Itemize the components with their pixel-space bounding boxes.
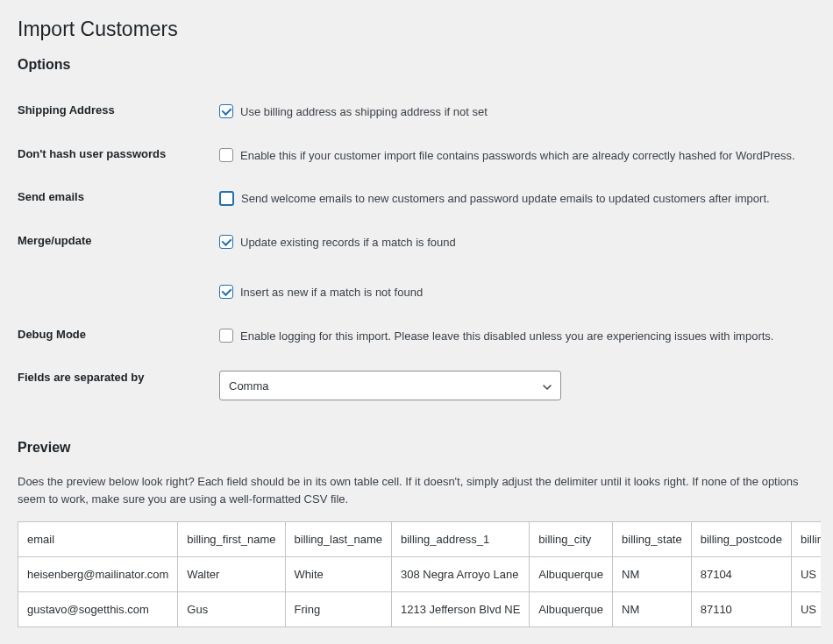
merge-insert-checkbox[interactable] xyxy=(219,285,233,299)
cell-city: Albuquerque xyxy=(530,557,613,592)
header-address: billing_address_1 xyxy=(391,522,529,557)
emails-checkbox-wrap[interactable]: Send welcome emails to new customers and… xyxy=(219,190,807,208)
debug-checkbox-label: Enable logging for this import. Please l… xyxy=(240,328,773,345)
table-header-row: email billing_first_name billing_last_na… xyxy=(18,522,822,557)
cell-postcode: 87110 xyxy=(691,592,791,627)
cell-address: 1213 Jefferson Blvd NE xyxy=(391,592,529,627)
cell-city: Albuquerque xyxy=(530,592,613,627)
debug-checkbox[interactable] xyxy=(219,329,233,343)
table-row: gustavo@sogetthis.com Gus Fring 1213 Jef… xyxy=(18,592,822,627)
cell-email: heisenberg@mailinator.com xyxy=(18,557,178,592)
header-postcode: billing_postcode xyxy=(691,522,791,557)
cell-last: White xyxy=(285,557,391,592)
header-last-name: billing_last_name xyxy=(285,522,391,557)
cell-state: NM xyxy=(613,557,692,592)
passwords-checkbox-wrap[interactable]: Enable this if your customer import file… xyxy=(219,147,807,165)
table-row: heisenberg@mailinator.com Walter White 3… xyxy=(18,557,822,592)
separator-label: Fields are separated by xyxy=(18,357,219,414)
merge-insert-checkbox-wrap[interactable]: Insert as new if a match is not found xyxy=(219,284,807,301)
preview-heading: Preview xyxy=(18,440,815,456)
header-city: billing_city xyxy=(530,522,613,557)
shipping-checkbox[interactable] xyxy=(219,104,233,118)
preview-table-wrap: email billing_first_name billing_last_na… xyxy=(18,521,821,627)
passwords-label: Don't hash user passwords xyxy=(18,134,219,178)
preview-table: email billing_first_name billing_last_na… xyxy=(18,521,821,627)
passwords-checkbox-label: Enable this if your customer import file… xyxy=(240,147,795,165)
options-form: Shipping Address Use billing address as … xyxy=(18,90,815,414)
merge-update-checkbox[interactable] xyxy=(219,235,233,249)
separator-select[interactable]: Comma xyxy=(219,371,561,400)
passwords-checkbox[interactable] xyxy=(219,148,233,162)
shipping-label: Shipping Address xyxy=(18,90,219,134)
emails-label: Send emails xyxy=(18,177,219,221)
debug-label: Debug Mode xyxy=(18,315,219,358)
cell-first: Walter xyxy=(178,557,285,592)
merge-label: Merge/update xyxy=(18,221,219,315)
merge-insert-checkbox-label: Insert as new if a match is not found xyxy=(240,284,423,301)
header-state: billing_state xyxy=(613,522,692,557)
emails-checkbox-label: Send welcome emails to new customers and… xyxy=(241,190,770,208)
cell-last: Fring xyxy=(285,592,391,627)
cell-address: 308 Negra Arroyo Lane xyxy=(391,557,529,592)
header-email: email xyxy=(18,522,178,557)
shipping-checkbox-label: Use billing address as shipping address … xyxy=(240,103,488,121)
cell-postcode: 87104 xyxy=(691,557,791,592)
cell-state: NM xyxy=(613,592,692,627)
cell-email: gustavo@sogetthis.com xyxy=(18,592,178,627)
cell-first: Gus xyxy=(178,592,285,627)
emails-checkbox[interactable] xyxy=(219,191,234,206)
separator-select-wrap[interactable]: Comma xyxy=(219,371,561,400)
merge-update-checkbox-wrap[interactable]: Update existing records if a match is fo… xyxy=(219,234,807,251)
debug-checkbox-wrap[interactable]: Enable logging for this import. Please l… xyxy=(219,328,807,345)
options-heading: Options xyxy=(18,57,815,73)
header-country: billing xyxy=(791,522,821,557)
cell-country: US xyxy=(791,557,821,592)
header-first-name: billing_first_name xyxy=(178,522,285,557)
cell-country: US xyxy=(791,592,821,627)
merge-update-checkbox-label: Update existing records if a match is fo… xyxy=(240,234,456,251)
page-title: Import Customers xyxy=(18,18,815,41)
shipping-checkbox-wrap[interactable]: Use billing address as shipping address … xyxy=(219,103,807,121)
preview-description: Does the preview below look right? Each … xyxy=(18,473,815,507)
